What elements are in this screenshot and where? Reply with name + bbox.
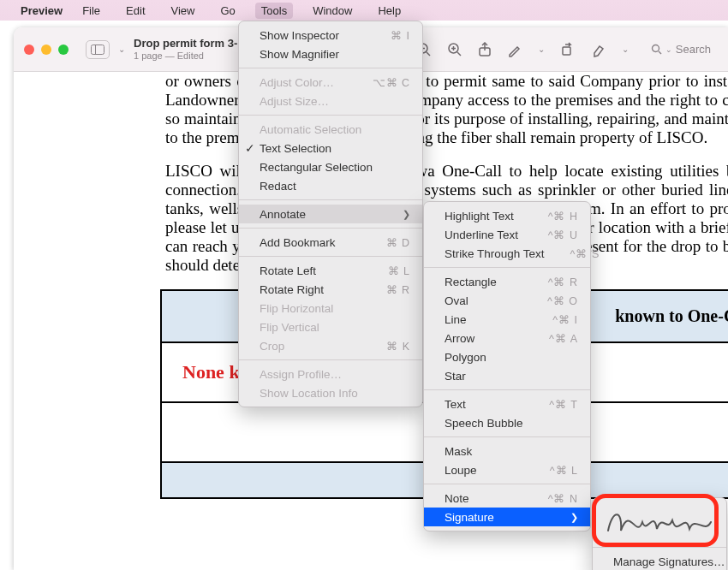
annotate-submenu: Highlight Text^⌘ HUnderline Text^⌘ UStri…: [423, 201, 591, 531]
chevron-right-icon: ❯: [570, 512, 578, 523]
search-field[interactable]: ⌄ Search: [644, 40, 718, 58]
menu-item-show-magnifier[interactable]: Show Magnifier: [239, 45, 422, 63]
chevron-down-icon[interactable]: ⌄: [538, 45, 545, 54]
menu-shortcut: ⌥⌘ C: [373, 76, 411, 89]
menu-label: Star: [445, 370, 466, 383]
menu-label: Highlight Text: [445, 210, 514, 223]
menu-label: Mask: [445, 445, 472, 458]
menu-item-text[interactable]: Text^⌘ T: [424, 395, 590, 413]
traffic-lights: [24, 45, 69, 55]
menu-item-signature[interactable]: Signature❯: [424, 508, 590, 526]
menu-item-automatic-selection: Automatic Selection: [239, 120, 422, 139]
menu-item-text-selection[interactable]: ✓Text Selection: [239, 139, 422, 157]
menu-item-loupe[interactable]: Loupe^⌘ L: [424, 460, 590, 479]
menu-item-adjust-size: Adjust Size…: [239, 92, 422, 110]
svg-line-3: [427, 52, 430, 56]
menu-edit[interactable]: Edit: [120, 3, 151, 19]
menu-label: Flip Horizontal: [260, 302, 333, 315]
menu-item-polygon[interactable]: Polygon: [424, 347, 590, 366]
menu-label: Adjust Size…: [260, 95, 329, 108]
menu-help[interactable]: Help: [372, 3, 407, 19]
markup-icon[interactable]: [507, 42, 522, 57]
menu-item-arrow[interactable]: Arrow^⌘ A: [424, 329, 590, 347]
chevron-down-icon[interactable]: ⌄: [118, 45, 125, 54]
menu-item-strike-through-text[interactable]: Strike Through Text^⌘ S: [424, 244, 590, 263]
menu-shortcut: ^⌘ L: [550, 464, 578, 477]
menu-label: Line: [445, 313, 467, 326]
close-window-button[interactable]: [24, 45, 34, 55]
menu-item-crop: Crop⌘ K: [239, 336, 422, 355]
rotate-icon[interactable]: [560, 42, 576, 57]
menu-label: Text: [445, 398, 466, 411]
menu-item-line[interactable]: Line^⌘ I: [424, 310, 590, 329]
menu-label: Show Location Info: [260, 387, 358, 400]
menu-item-rectangular-selection[interactable]: Rectangular Selection: [239, 157, 422, 176]
menu-label: Rotate Right: [260, 283, 324, 296]
title-block: Drop permit form 3- 1 page — Edited: [134, 38, 237, 62]
highlight-icon[interactable]: [591, 42, 606, 57]
menu-label: Polygon: [445, 351, 486, 364]
menu-item-speech-bubble[interactable]: Speech Bubble: [424, 413, 590, 432]
menu-item-add-bookmark[interactable]: Add Bookmark⌘ D: [239, 233, 422, 252]
check-icon: ✓: [245, 141, 255, 155]
signature-preview[interactable]: [600, 503, 719, 543]
signature-submenu: Manage Signatures…: [592, 497, 727, 570]
menu-item-redact[interactable]: Redact: [239, 176, 422, 195]
sidebar-toggle-button[interactable]: [86, 40, 110, 59]
menu-shortcut: ^⌘ T: [549, 398, 578, 411]
share-icon[interactable]: [478, 42, 492, 57]
menu-view[interactable]: View: [165, 3, 201, 19]
menu-item-annotate[interactable]: Annotate❯: [239, 205, 422, 223]
menu-label: Show Magnifier: [260, 48, 339, 61]
svg-rect-10: [563, 47, 570, 55]
menu-label: Oval: [445, 294, 468, 307]
menu-item-underline-text[interactable]: Underline Text^⌘ U: [424, 225, 590, 244]
svg-line-6: [457, 52, 461, 56]
menu-shortcut: ^⌘ S: [570, 247, 600, 260]
menu-label: Adjust Color…: [260, 76, 334, 89]
menu-label: Arrow: [445, 332, 474, 345]
menu-item-show-inspector[interactable]: Show Inspector⌘ I: [239, 26, 422, 45]
menu-item-rotate-right[interactable]: Rotate Right⌘ R: [239, 280, 422, 299]
menu-item-star[interactable]: Star: [424, 366, 590, 385]
zoom-window-button[interactable]: [58, 45, 69, 55]
menu-label: Rectangle: [445, 276, 497, 288]
zoom-in-icon[interactable]: [447, 42, 462, 57]
menu-go[interactable]: Go: [214, 3, 241, 19]
menu-label: Loupe: [445, 464, 477, 477]
menu-shortcut: ⌘ L: [388, 264, 410, 277]
menu-shortcut: ^⌘ U: [548, 229, 578, 241]
menu-label: Rectangular Selection: [260, 161, 373, 174]
menu-item-show-location-info: Show Location Info: [239, 383, 422, 402]
menu-item-highlight-text[interactable]: Highlight Text^⌘ H: [424, 206, 590, 225]
menu-label: Show Inspector: [260, 29, 339, 42]
menu-window[interactable]: Window: [307, 3, 358, 19]
menu-label: Automatic Selection: [260, 123, 361, 136]
menu-item-assign-profile: Assign Profile…: [239, 365, 422, 383]
menu-item-manage-signatures[interactable]: Manage Signatures…: [593, 552, 726, 570]
menu-item-rectangle[interactable]: Rectangle^⌘ R: [424, 272, 590, 291]
menu-shortcut: ^⌘ A: [549, 332, 578, 345]
menu-item-rotate-left[interactable]: Rotate Left⌘ L: [239, 261, 422, 280]
menu-label: Note: [445, 492, 469, 505]
menu-shortcut: ⌘ D: [386, 236, 411, 249]
svg-point-11: [652, 45, 659, 52]
svg-line-12: [659, 51, 661, 54]
menu-item-mask[interactable]: Mask: [424, 442, 590, 460]
app-menu[interactable]: Preview: [21, 4, 63, 17]
menu-tools[interactable]: Tools: [255, 3, 293, 19]
menu-shortcut: ^⌘ R: [548, 276, 578, 288]
menu-label: Text Selection: [260, 142, 331, 155]
menu-file[interactable]: File: [76, 3, 106, 19]
chevron-right-icon: ❯: [403, 209, 410, 220]
minimize-window-button[interactable]: [41, 45, 51, 55]
menu-label: Strike Through Text: [445, 247, 545, 260]
menu-item-adjust-color: Adjust Color…⌥⌘ C: [239, 73, 422, 92]
chevron-down-icon[interactable]: ⌄: [622, 45, 629, 54]
menu-shortcut: ^⌘ O: [547, 294, 578, 307]
menubar: Preview File Edit View Go Tools Window H…: [0, 0, 728, 21]
menu-label: Flip Vertical: [260, 321, 319, 334]
menu-item-note[interactable]: Note^⌘ N: [424, 489, 590, 508]
menu-label: Manage Signatures…: [613, 555, 725, 568]
menu-item-oval[interactable]: Oval^⌘ O: [424, 291, 590, 310]
